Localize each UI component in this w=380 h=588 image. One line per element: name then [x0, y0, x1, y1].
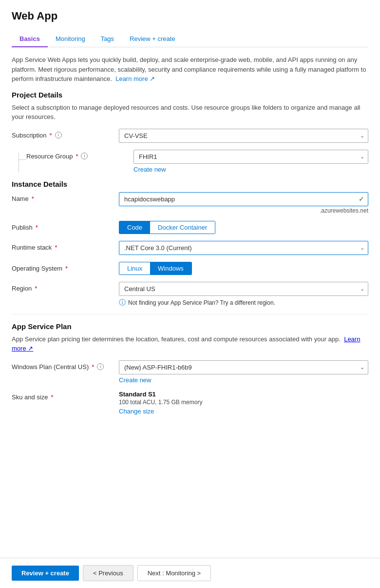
footer: Review + create < Previous Next : Monito…: [0, 558, 380, 588]
os-group: Operating System * Linux Windows: [12, 262, 368, 275]
review-create-button[interactable]: Review + create: [12, 566, 79, 581]
name-check-icon: ✓: [359, 195, 364, 203]
windows-plan-select-wrapper: (New) ASP-FHIR1-b6b9 ⌄: [119, 360, 368, 374]
windows-plan-group: Windows Plan (Central US) * i (New) ASP-…: [12, 360, 368, 384]
previous-button[interactable]: < Previous: [83, 565, 133, 581]
publish-code-btn[interactable]: Code: [119, 221, 150, 234]
resource-group-select-wrapper: FHIR1 ⌄: [133, 150, 368, 164]
region-group: Region * Central US ⌄ ⓘ Not finding your…: [12, 282, 368, 307]
publish-docker-btn[interactable]: Docker Container: [150, 221, 215, 234]
resource-group-label: Resource Group * i: [26, 150, 133, 160]
windows-plan-select[interactable]: (New) ASP-FHIR1-b6b9: [119, 360, 368, 374]
instance-details-title: Instance Details: [12, 180, 368, 188]
os-windows-btn[interactable]: Windows: [150, 262, 191, 274]
region-select[interactable]: Central US: [119, 282, 368, 296]
next-button[interactable]: Next : Monitoring >: [137, 565, 211, 581]
learn-more-link[interactable]: Learn more ↗: [115, 75, 155, 82]
app-service-plan-desc: App Service plan pricing tier determines…: [12, 334, 368, 353]
runtime-stack-label: Runtime stack *: [12, 241, 119, 251]
name-input[interactable]: [119, 192, 368, 206]
project-details-title: Project Details: [12, 91, 368, 99]
runtime-stack-select[interactable]: .NET Core 3.0 (Current): [119, 241, 368, 255]
tab-review-create[interactable]: Review + create: [122, 31, 183, 47]
name-input-wrapper: ✓: [119, 192, 368, 206]
tab-tags[interactable]: Tags: [93, 31, 122, 47]
tab-basics[interactable]: Basics: [12, 31, 48, 47]
tab-monitoring[interactable]: Monitoring: [48, 31, 93, 47]
runtime-stack-control: .NET Core 3.0 (Current) ⌄: [119, 241, 368, 255]
page-description: App Service Web Apps lets you quickly bu…: [12, 55, 368, 84]
change-size-link[interactable]: Change size: [119, 408, 154, 415]
sku-tier: Standard S1: [119, 391, 368, 398]
name-label: Name *: [12, 192, 119, 202]
os-control: Linux Windows: [119, 262, 368, 275]
region-note: ⓘ Not finding your App Service Plan? Try…: [119, 298, 368, 307]
region-select-wrapper: Central US ⌄: [119, 282, 368, 296]
region-control: Central US ⌄ ⓘ Not finding your App Serv…: [119, 282, 368, 307]
resource-group-info-icon[interactable]: i: [81, 153, 88, 159]
sku-details: 100 total ACU, 1.75 GB memory: [119, 399, 368, 406]
page-title: Web App: [12, 10, 368, 22]
app-service-plan-title: App Service Plan: [12, 322, 368, 331]
sku-size-group: Sku and size * Standard S1 100 total ACU…: [12, 391, 368, 415]
publish-control: Code Docker Container: [119, 221, 368, 234]
project-details-desc: Select a subscription to manage deployed…: [12, 103, 368, 122]
resource-group-control: FHIR1 ⌄ Create new: [133, 150, 368, 173]
subscription-select[interactable]: CV-VSE: [119, 129, 368, 143]
name-group: Name * ✓ .azurewebsites.net: [12, 192, 368, 214]
sku-size-label: Sku and size *: [12, 391, 119, 401]
subscription-select-wrapper: CV-VSE ⌄: [119, 129, 368, 143]
windows-plan-create-new[interactable]: Create new: [119, 376, 151, 384]
windows-plan-info-icon[interactable]: i: [97, 363, 104, 370]
publish-toggle-group: Code Docker Container: [119, 221, 215, 234]
resource-group-indent: Resource Group * i FHIR1 ⌄ Create new: [12, 150, 368, 173]
subscription-info-icon[interactable]: i: [55, 132, 62, 138]
resource-group-create-new[interactable]: Create new: [133, 166, 166, 173]
windows-plan-control: (New) ASP-FHIR1-b6b9 ⌄ Create new: [119, 360, 368, 384]
region-info-icon: ⓘ: [119, 298, 126, 307]
runtime-stack-select-wrapper: .NET Core 3.0 (Current) ⌄: [119, 241, 368, 255]
publish-label: Publish *: [12, 221, 119, 231]
runtime-stack-group: Runtime stack * .NET Core 3.0 (Current) …: [12, 241, 368, 255]
subscription-control: CV-VSE ⌄: [119, 129, 368, 143]
name-control: ✓ .azurewebsites.net: [119, 192, 368, 214]
os-label: Operating System *: [12, 262, 119, 272]
tab-bar: Basics Monitoring Tags Review + create: [12, 31, 368, 47]
os-toggle-group: Linux Windows: [119, 262, 192, 275]
subscription-label: Subscription * i: [12, 129, 119, 139]
sku-size-control: Standard S1 100 total ACU, 1.75 GB memor…: [119, 391, 368, 415]
subscription-group: Subscription * i CV-VSE ⌄: [12, 129, 368, 143]
domain-suffix: .azurewebsites.net: [119, 207, 368, 214]
publish-group: Publish * Code Docker Container: [12, 221, 368, 234]
region-label: Region *: [12, 282, 119, 292]
windows-plan-label: Windows Plan (Central US) * i: [12, 360, 119, 371]
os-linux-btn[interactable]: Linux: [119, 262, 150, 274]
resource-group-select[interactable]: FHIR1: [133, 150, 368, 164]
